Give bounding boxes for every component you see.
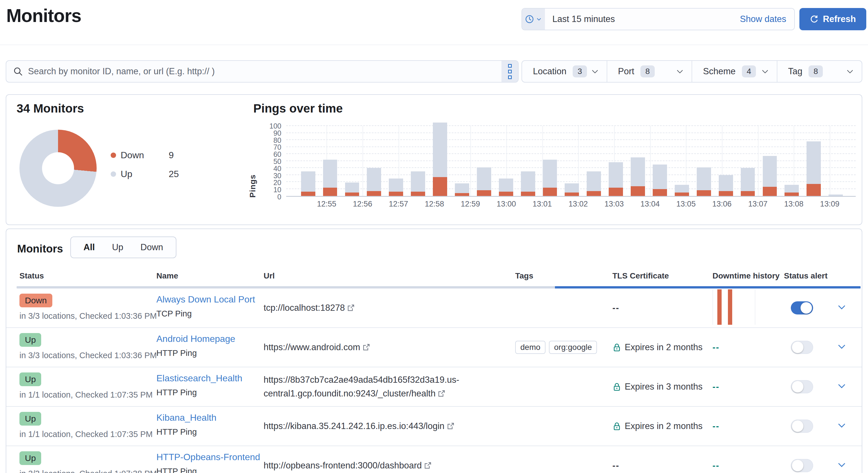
status-cell: Upin 1/1 location, Checked 1:07:35 PM <box>20 407 156 446</box>
chevron-down-icon <box>837 342 846 351</box>
pings-bar-down-segment <box>301 192 315 196</box>
legend-label: Down <box>121 150 169 161</box>
filter-label: Scheme <box>703 66 736 76</box>
pings-bar <box>763 156 777 196</box>
downtime-history-cell: -- <box>712 342 784 352</box>
table-header-row: StatusNameUrlTagsTLS CertificateDowntime… <box>20 271 848 280</box>
expand-row-button[interactable] <box>831 302 862 313</box>
search-input[interactable] <box>23 66 501 76</box>
expand-row-button[interactable] <box>831 381 862 392</box>
pings-bar-down-segment <box>697 190 711 196</box>
pings-bar-down-segment <box>521 192 535 196</box>
status-alert-toggle[interactable] <box>791 459 813 472</box>
refresh-button[interactable]: Refresh <box>799 8 866 30</box>
column-header-url: Url <box>264 271 515 280</box>
monitors-list-panel: Monitors AllUpDown StatusNameUrlTagsTLS … <box>6 229 862 473</box>
status-alert-cell <box>784 380 831 393</box>
monitor-name-link[interactable]: Always Down Local Port <box>156 294 255 305</box>
gridline <box>830 126 830 196</box>
status-badge: Up <box>20 451 41 465</box>
tls-cell: Expires in 2 months <box>612 421 712 431</box>
pings-bar-down-segment <box>455 193 469 196</box>
filter-port-button[interactable]: Port8 <box>607 61 692 82</box>
monitor-url[interactable]: tcp://localhost:18278 <box>264 303 345 313</box>
table-loading-bar-fill <box>555 286 861 289</box>
donut-hole <box>42 152 74 184</box>
status-alert-toggle[interactable] <box>791 341 813 354</box>
monitor-url[interactable]: https://www.android.com <box>264 342 360 352</box>
pings-bar-down-segment <box>499 192 513 196</box>
downtime-bar <box>717 289 722 325</box>
monitor-name-link[interactable]: Elasticsearch_Health <box>156 373 243 383</box>
filter-location-button[interactable]: Location3 <box>522 61 607 82</box>
downtime-empty-value: -- <box>712 421 720 431</box>
tls-empty-value: -- <box>612 461 620 471</box>
x-tick-label: 13:09 <box>820 200 839 208</box>
downtime-history-cell: -- <box>712 421 784 431</box>
status-detail: in 3/3 locations, Checked 1:03:36 PM <box>20 351 157 360</box>
pings-bar-down-segment <box>631 186 645 196</box>
monitor-url[interactable]: https://8b37cb7ca2ae49ada54db165f32d3a19… <box>264 375 459 399</box>
chevron-down-icon <box>837 421 846 431</box>
lock-icon <box>612 422 621 431</box>
pings-bar-down-segment <box>784 193 799 196</box>
downtime-empty-value: -- <box>712 342 720 352</box>
gridline <box>650 126 651 196</box>
pings-bar-down-segment <box>741 191 755 196</box>
chevron-down-icon <box>837 302 846 312</box>
column-header-tls-certificate: TLS Certificate <box>612 271 712 280</box>
monitor-name-link[interactable]: HTTP-Opbeans-Frontend <box>156 452 260 463</box>
pings-bar-down-segment <box>345 193 360 196</box>
toggle-knob <box>792 420 803 432</box>
tab-up[interactable]: Up <box>103 242 132 252</box>
monitor-url[interactable]: https://kibana.35.241.242.16.ip.es.io:44… <box>264 421 444 431</box>
status-alert-toggle[interactable] <box>791 380 813 393</box>
tls-cell: Expires in 2 months <box>612 342 712 352</box>
y-tick-label: 70 <box>273 143 281 151</box>
tag-badge[interactable]: org:google <box>549 341 597 354</box>
pings-bar <box>565 183 579 196</box>
x-tick-label: 13:05 <box>677 200 696 208</box>
pings-bar <box>499 178 513 196</box>
expand-row-button[interactable] <box>831 460 862 471</box>
expand-row-button[interactable] <box>831 342 862 353</box>
x-tick-label: 12:57 <box>389 200 408 208</box>
pings-bar-down-segment <box>323 188 337 196</box>
query-syntax-menu-button[interactable] <box>501 61 518 82</box>
name-cell: HTTP-Opbeans-FrontendHTTP Ping <box>156 446 264 473</box>
filter-count-badge: 3 <box>573 65 587 77</box>
tab-down[interactable]: Down <box>132 242 172 252</box>
downtime-history-cell: -- <box>712 461 784 471</box>
square-icon <box>508 70 512 73</box>
time-range-value[interactable]: Last 15 minutes <box>545 8 740 30</box>
monitor-url[interactable]: http://opbeans-frontend:3000/dashboard <box>264 461 422 470</box>
pings-chart-title: Pings over time <box>253 102 343 115</box>
pings-bar <box>741 168 755 196</box>
filter-tag-button[interactable]: Tag8 <box>777 61 862 82</box>
external-link-icon <box>424 462 432 469</box>
pings-bar-down-segment <box>543 188 557 196</box>
tag-badge[interactable]: demo <box>515 341 546 354</box>
table-row: Upin 3/3 locations, Checked 1:07:38 PMHT… <box>6 446 862 473</box>
monitor-name-link[interactable]: Android Homepage <box>156 334 235 344</box>
y-tick-label: 20 <box>273 178 281 187</box>
pings-bar <box>631 157 645 196</box>
pings-bar-down-segment <box>587 191 601 196</box>
downtime-empty-value: -- <box>712 461 720 470</box>
show-dates-link[interactable]: Show dates <box>740 8 794 30</box>
status-detail: in 3/3 locations, Checked 1:07:38 PM <box>20 469 157 473</box>
monitor-name-link[interactable]: Kibana_Health <box>156 412 216 423</box>
tab-all[interactable]: All <box>75 242 103 252</box>
expand-row-button[interactable] <box>831 421 862 432</box>
chevron-down-icon <box>846 67 854 76</box>
x-tick-label: 13:02 <box>569 200 588 208</box>
time-picker-menu-button[interactable] <box>522 8 545 30</box>
status-alert-toggle[interactable] <box>791 419 813 433</box>
x-tick-label: 12:56 <box>353 200 372 208</box>
status-alert-cell <box>784 301 831 314</box>
filter-scheme-button[interactable]: Scheme4 <box>691 61 777 82</box>
refresh-icon <box>810 14 819 24</box>
pings-bar <box>609 162 623 196</box>
table-row: Upin 1/1 location, Checked 1:07:35 PMKib… <box>6 407 862 446</box>
status-alert-toggle[interactable] <box>791 301 813 314</box>
